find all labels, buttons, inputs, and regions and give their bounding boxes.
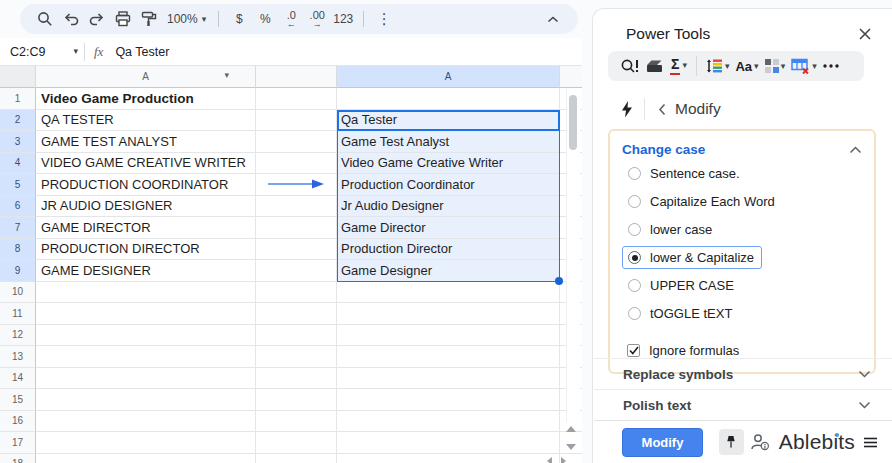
cell-C4[interactable]: Video Game Creative Writer (337, 153, 560, 175)
more-tools-button[interactable] (823, 64, 839, 68)
pin-button[interactable] (719, 429, 744, 455)
cell-C5[interactable]: Production Coordinator (337, 174, 560, 196)
radio-option-3[interactable]: lower & Capitalize (622, 246, 762, 269)
cell-A16[interactable] (36, 411, 256, 433)
row-header-17[interactable]: 17 (0, 432, 36, 454)
blue-arrow-drawing[interactable] (267, 179, 325, 189)
cell-C17[interactable] (337, 432, 560, 454)
cell-B16[interactable] (256, 411, 337, 433)
zoom-control[interactable]: 100% ▾ (162, 12, 211, 26)
cell-B5[interactable] (256, 174, 337, 196)
column-header-b[interactable] (256, 66, 337, 88)
cell-C8[interactable]: Production Director (337, 239, 560, 261)
cell-C11[interactable] (337, 303, 560, 325)
account-info-button[interactable] (750, 433, 771, 451)
cell-A5[interactable]: PRODUCTION COORDINATOR (36, 174, 256, 196)
radio-option-4[interactable]: UPPER CASE (622, 274, 742, 297)
row-header-2[interactable]: 2 (0, 110, 36, 132)
cell-B13[interactable] (256, 346, 337, 368)
cell-B9[interactable] (256, 260, 337, 282)
format-currency-button[interactable]: $ (226, 6, 252, 32)
cell-A7[interactable]: GAME DIRECTOR (36, 217, 256, 239)
row-header-7[interactable]: 7 (0, 217, 36, 239)
modify-button[interactable]: Modify (622, 428, 703, 457)
cell-A2[interactable]: QA TESTER (36, 110, 256, 132)
cell-B1[interactable] (256, 88, 337, 110)
row-header-13[interactable]: 13 (0, 346, 36, 368)
radio-option-5[interactable]: tOGGLE tEXT (622, 302, 740, 325)
scroll-left-icon[interactable] (547, 457, 552, 463)
row-header-3[interactable]: 3 (0, 131, 36, 153)
cell-C6[interactable]: Jr Audio Designer (337, 196, 560, 218)
cell-A4[interactable]: VIDEO GAME CREATIVE WRITER (36, 153, 256, 175)
cell-A8[interactable]: PRODUCTION DIRECTOR (36, 239, 256, 261)
delete-tools-button[interactable]: ▾ (791, 58, 817, 74)
fill-handle[interactable] (555, 277, 563, 285)
format-percent-button[interactable]: % (252, 6, 278, 32)
cell-A15[interactable] (36, 389, 256, 411)
scroll-up-icon[interactable] (566, 426, 576, 432)
sort-button[interactable]: ▾ (706, 58, 730, 74)
cell-B10[interactable] (256, 282, 337, 304)
paint-format-button[interactable] (136, 6, 162, 32)
ignore-formulas-checkbox[interactable]: Ignore formulas (622, 343, 862, 358)
cell-C1[interactable] (337, 88, 560, 110)
chevron-up-icon[interactable] (849, 146, 862, 154)
cell-B3[interactable] (256, 131, 337, 153)
radio-option-0[interactable]: Sentence case. (622, 162, 748, 185)
cell-C7[interactable]: Game Director (337, 217, 560, 239)
cell-B14[interactable] (256, 368, 337, 390)
cell-A17[interactable] (36, 432, 256, 454)
row-header-16[interactable]: 16 (0, 411, 36, 433)
column-header-a[interactable]: A ▾ (36, 66, 256, 88)
column-header-c[interactable]: A (337, 66, 560, 88)
row-header-18[interactable]: 18 (0, 454, 36, 463)
cell-C15[interactable] (337, 389, 560, 411)
cell-A12[interactable] (36, 325, 256, 347)
row-header-14[interactable]: 14 (0, 368, 36, 390)
more-formats-button[interactable]: 123 (330, 6, 356, 32)
row-header-1[interactable]: 1 (0, 88, 36, 110)
cell-A13[interactable] (36, 346, 256, 368)
cell-C14[interactable] (337, 368, 560, 390)
find-anything-button[interactable] (620, 58, 639, 75)
cell-A1[interactable]: Video Game Production (36, 88, 256, 110)
row-header-6[interactable]: 6 (0, 196, 36, 218)
row-header-15[interactable]: 15 (0, 389, 36, 411)
section-polish-text[interactable]: Polish text (594, 389, 892, 420)
split-button[interactable]: ▾ (765, 59, 786, 73)
cell-C16[interactable] (337, 411, 560, 433)
cell-C10[interactable] (337, 282, 560, 304)
cell-A14[interactable] (36, 368, 256, 390)
radio-option-2[interactable]: lower case (622, 218, 720, 241)
vertical-scrollbar-thumb[interactable] (569, 95, 577, 150)
text-tools-button[interactable]: Aa ▾ (735, 59, 758, 74)
ablebits-logo[interactable]: Ablebits (779, 430, 855, 454)
redo-button[interactable] (84, 6, 110, 32)
cell-B15[interactable] (256, 389, 337, 411)
merge-data-button[interactable] (645, 58, 664, 74)
increase-decimal-button[interactable]: .00→ (304, 6, 330, 32)
hide-menus-button[interactable] (540, 6, 566, 32)
row-header-5[interactable]: 5 (0, 174, 36, 196)
modify-title[interactable]: Modify (675, 100, 721, 118)
row-header-9[interactable]: 9 (0, 260, 36, 282)
row-header-11[interactable]: 11 (0, 303, 36, 325)
search-button[interactable] (32, 6, 58, 32)
row-header-12[interactable]: 12 (0, 325, 36, 347)
cell-A18[interactable] (36, 454, 256, 463)
cell-C9[interactable]: Game Designer (337, 260, 560, 282)
formula-input[interactable]: Qa Tester (115, 45, 169, 59)
cell-B12[interactable] (256, 325, 337, 347)
row-header-8[interactable]: 8 (0, 239, 36, 261)
cell-C3[interactable]: Game Test Analyst (337, 131, 560, 153)
cell-B2[interactable] (256, 110, 337, 132)
cell-C18[interactable] (337, 454, 560, 463)
back-chevron-icon[interactable] (658, 103, 666, 116)
print-button[interactable] (110, 6, 136, 32)
scroll-down-icon[interactable] (566, 444, 576, 450)
row-header-10[interactable]: 10 (0, 282, 36, 304)
decrease-decimal-button[interactable]: .0← (278, 6, 304, 32)
cell-A6[interactable]: JR AUDIO DESIGNER (36, 196, 256, 218)
cell-A10[interactable] (36, 282, 256, 304)
